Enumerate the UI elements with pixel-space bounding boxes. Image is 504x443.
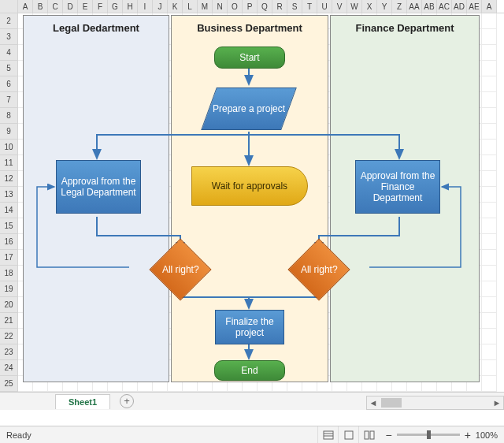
row-header[interactable]: 10 xyxy=(0,140,18,155)
column-header[interactable]: M xyxy=(198,0,213,13)
column-header[interactable]: O xyxy=(228,0,243,13)
row-header[interactable]: 12 xyxy=(0,171,18,187)
column-header[interactable]: Z xyxy=(392,0,407,13)
column-header[interactable]: D xyxy=(63,0,78,13)
row-header[interactable]: 3 xyxy=(0,29,18,45)
column-header[interactable]: U xyxy=(317,0,332,13)
column-header[interactable]: K xyxy=(168,0,183,13)
column-header[interactable]: A xyxy=(482,0,497,13)
column-header[interactable]: L xyxy=(183,0,198,13)
cell-grid[interactable]: Legal Dedartment Business Department Fin… xyxy=(18,13,504,392)
row-header[interactable]: 19 xyxy=(0,281,18,297)
status-bar: Ready − + 100% xyxy=(0,426,504,443)
shape-approval-legal[interactable]: Approval from the Legal Department xyxy=(56,160,141,214)
row-header[interactable]: 9 xyxy=(0,124,18,140)
column-header[interactable]: AC xyxy=(437,0,452,13)
row-header[interactable]: 24 xyxy=(0,360,18,376)
row-header[interactable]: 11 xyxy=(0,155,18,171)
row-header[interactable]: 14 xyxy=(0,203,18,218)
column-header[interactable]: A xyxy=(18,0,33,13)
row-header[interactable]: 15 xyxy=(0,218,18,234)
add-sheet-button[interactable]: + xyxy=(120,394,134,408)
column-header[interactable]: P xyxy=(243,0,258,13)
column-header[interactable]: T xyxy=(302,0,317,13)
column-header[interactable]: V xyxy=(332,0,347,13)
zoom-level[interactable]: 100% xyxy=(476,430,498,440)
svg-rect-3 xyxy=(324,431,333,439)
column-header[interactable]: R xyxy=(272,0,287,13)
column-header[interactable]: H xyxy=(123,0,138,13)
lane-title-finance: Finance Department xyxy=(331,16,479,40)
row-header[interactable]: 21 xyxy=(0,313,18,329)
shape-approval-finance[interactable]: Approval from the Finance Department xyxy=(355,160,440,214)
column-header[interactable]: E xyxy=(78,0,93,13)
scroll-right-icon[interactable]: ► xyxy=(491,398,503,408)
zoom-in-button[interactable]: + xyxy=(465,429,471,441)
row-headers: 2345678910111213141516171819202122232425 xyxy=(0,13,18,392)
shape-end[interactable]: End xyxy=(214,360,285,381)
scroll-left-icon[interactable]: ◄ xyxy=(367,398,380,408)
column-header[interactable]: AD xyxy=(452,0,467,13)
row-header[interactable]: 18 xyxy=(0,266,18,281)
column-header[interactable]: Y xyxy=(377,0,392,13)
column-header[interactable]: AB xyxy=(422,0,437,13)
svg-rect-7 xyxy=(365,431,369,439)
lane-title-legal: Legal Dedartment xyxy=(24,16,169,40)
row-header[interactable]: 22 xyxy=(0,329,18,344)
row-header[interactable]: 23 xyxy=(0,344,18,360)
status-ready: Ready xyxy=(0,430,317,440)
column-header[interactable]: G xyxy=(108,0,123,13)
column-header[interactable]: AE xyxy=(467,0,482,13)
shape-prepare[interactable]: Prepare a project xyxy=(201,87,297,130)
shape-start[interactable]: Start xyxy=(214,47,285,69)
column-header[interactable]: F xyxy=(93,0,108,13)
column-header[interactable]: I xyxy=(138,0,153,13)
column-header[interactable]: B xyxy=(33,0,48,13)
row-header[interactable]: 16 xyxy=(0,234,18,250)
row-header[interactable]: 4 xyxy=(0,45,18,61)
row-header[interactable]: 2 xyxy=(0,13,18,29)
row-header[interactable]: 17 xyxy=(0,250,18,266)
svg-rect-6 xyxy=(345,431,353,439)
row-header[interactable]: 25 xyxy=(0,376,18,392)
row-header[interactable]: 7 xyxy=(0,92,18,108)
row-header[interactable]: 6 xyxy=(0,76,18,92)
column-header[interactable]: Q xyxy=(258,0,272,13)
column-header[interactable]: N xyxy=(213,0,228,13)
column-header[interactable]: W xyxy=(347,0,362,13)
tab-sheet1[interactable]: Sheet1 xyxy=(55,394,110,409)
row-header[interactable]: 8 xyxy=(0,108,18,124)
shape-finalize[interactable]: Finalize the project xyxy=(215,310,284,344)
svg-rect-8 xyxy=(370,431,374,439)
column-header[interactable]: J xyxy=(153,0,168,13)
shape-wait[interactable]: Wait for approvals xyxy=(191,166,308,206)
scroll-thumb[interactable] xyxy=(381,398,402,408)
zoom-slider[interactable] xyxy=(397,434,460,436)
lane-title-business: Business Department xyxy=(172,16,328,40)
row-header[interactable]: 5 xyxy=(0,61,18,76)
row-header[interactable]: 13 xyxy=(0,187,18,203)
column-header[interactable]: C xyxy=(48,0,63,13)
column-header[interactable]: S xyxy=(287,0,302,13)
column-headers: ABCDEFGHIJKLMNOPQRSTUVWXYZAAABACADAEA xyxy=(0,0,504,13)
view-normal-icon[interactable] xyxy=(317,426,338,444)
zoom-out-button[interactable]: − xyxy=(385,429,391,441)
column-header[interactable]: X xyxy=(362,0,377,13)
row-header[interactable]: 20 xyxy=(0,297,18,313)
horizontal-scrollbar[interactable]: ◄ ► xyxy=(366,396,504,410)
column-header[interactable]: AA xyxy=(407,0,422,13)
view-page-break-icon[interactable] xyxy=(358,426,379,444)
view-page-layout-icon[interactable] xyxy=(338,426,358,444)
